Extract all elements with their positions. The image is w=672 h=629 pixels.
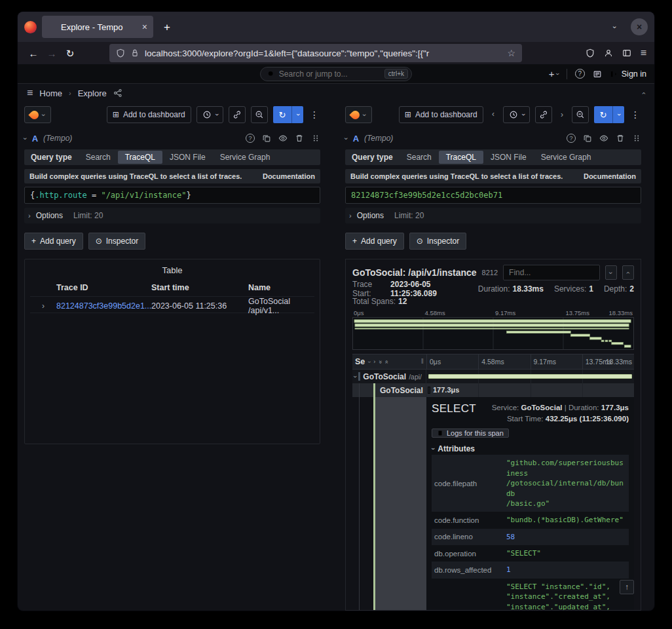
- add-to-dashboard-button[interactable]: ⊞ Add to dashboard: [399, 106, 483, 123]
- trace-id-link[interactable]: 82124873cf3e99b5d2e1...: [56, 301, 151, 311]
- sidebar-icon[interactable]: [622, 48, 631, 58]
- tab-json-file[interactable]: JSON File: [162, 149, 213, 165]
- collapse-one-icon[interactable]: ›: [373, 359, 375, 365]
- run-query-button[interactable]: ↻ ›: [273, 106, 303, 123]
- span-timeline-cell[interactable]: 177.3μs: [426, 383, 634, 397]
- time-picker-button[interactable]: ›: [503, 106, 530, 123]
- add-query-button[interactable]: + Add query: [345, 233, 404, 250]
- lock-icon[interactable]: [130, 48, 140, 58]
- span-timeline-cell[interactable]: [426, 370, 634, 383]
- expand-all-icon[interactable]: »: [377, 360, 383, 363]
- collapse-query-icon[interactable]: ›: [22, 137, 29, 140]
- time-picker-button[interactable]: ›: [196, 106, 223, 123]
- window-close-button[interactable]: ×: [631, 18, 648, 35]
- news-icon[interactable]: [593, 69, 602, 79]
- add-query-button[interactable]: + Add query: [24, 233, 83, 250]
- search-input[interactable]: [279, 69, 381, 79]
- find-input[interactable]: [503, 265, 600, 280]
- scroll-to-top-button[interactable]: ↑: [620, 580, 634, 594]
- span-row-root[interactable]: › GoToSocial /api/: [352, 370, 634, 383]
- span-row-selected[interactable]: GoToSocial 177.3μs: [352, 383, 634, 397]
- tab-search[interactable]: Search: [400, 149, 439, 165]
- traceql-editor[interactable]: 82124873cf3e99b5d2e1cc5d2bc0eb71: [345, 187, 641, 204]
- inspector-button[interactable]: ⊙ Inspector: [409, 233, 466, 250]
- list-all-tabs-icon[interactable]: ›: [612, 26, 619, 28]
- more-options-kebab[interactable]: ⋮: [308, 110, 320, 119]
- col-start-time[interactable]: Start time: [151, 283, 248, 292]
- query-help-icon[interactable]: ?: [246, 134, 255, 143]
- run-query-button[interactable]: ↻ ›: [594, 106, 624, 123]
- account-icon[interactable]: [604, 48, 613, 58]
- duplicate-query-icon[interactable]: [583, 134, 592, 143]
- close-tab-icon[interactable]: ×: [142, 22, 147, 31]
- browser-tab[interactable]: Explore - Tempo ×: [42, 16, 153, 38]
- hide-query-icon[interactable]: [599, 134, 608, 143]
- find-input-field[interactable]: [509, 268, 594, 277]
- more-options-kebab[interactable]: ⋮: [629, 110, 641, 119]
- logs-for-span-button[interactable]: Logs for this span: [432, 429, 509, 438]
- back-button[interactable]: ←: [26, 48, 41, 58]
- tab-traceql[interactable]: TraceQL: [439, 151, 483, 164]
- trace-minimap[interactable]: [352, 317, 634, 350]
- attributes-accordion[interactable]: › Attributes: [432, 444, 629, 453]
- new-tab-button[interactable]: +: [159, 22, 176, 33]
- drag-handle-icon[interactable]: [311, 134, 320, 143]
- drag-handle-icon[interactable]: [632, 134, 641, 143]
- tab-traceql[interactable]: TraceQL: [118, 151, 162, 164]
- reload-button[interactable]: ↻: [62, 48, 78, 58]
- options-row[interactable]: › Options Limit: 20: [24, 208, 320, 223]
- tab-service-graph[interactable]: Service Graph: [534, 149, 599, 165]
- documentation-link[interactable]: Documentation: [584, 172, 636, 180]
- collapse-query-icon[interactable]: ›: [343, 137, 350, 140]
- share-icon[interactable]: [113, 88, 122, 98]
- delete-query-icon[interactable]: [616, 134, 625, 143]
- forward-button[interactable]: →: [44, 48, 60, 58]
- tab-search[interactable]: Search: [79, 149, 118, 165]
- span-bar[interactable]: [428, 374, 632, 379]
- hide-query-icon[interactable]: [278, 134, 288, 143]
- delete-query-icon[interactable]: [295, 134, 304, 143]
- col-trace-id[interactable]: Trace ID: [56, 283, 151, 292]
- url-bar[interactable]: ☆: [109, 44, 522, 62]
- menu-icon[interactable]: ≡: [641, 48, 646, 58]
- widen-right-pane-icon[interactable]: ›: [557, 111, 567, 119]
- shield-icon[interactable]: [116, 48, 125, 58]
- tab-service-graph[interactable]: Service Graph: [213, 149, 278, 165]
- widen-left-pane-icon[interactable]: ›: [489, 111, 498, 119]
- zoom-out-button[interactable]: [572, 106, 589, 123]
- next-result-button[interactable]: ›: [622, 265, 634, 280]
- tab-json-file[interactable]: JSON File: [483, 149, 534, 165]
- options-row[interactable]: › Options Limit: 20: [345, 208, 641, 223]
- bookmark-star-icon[interactable]: ☆: [507, 48, 515, 58]
- prev-result-button[interactable]: ›: [605, 265, 617, 280]
- documentation-link[interactable]: Documentation: [263, 172, 315, 180]
- chevron-down-icon[interactable]: ›: [366, 361, 372, 363]
- mega-menu-icon[interactable]: ≡: [27, 88, 33, 98]
- new-menu-button[interactable]: + ›: [549, 69, 559, 79]
- sign-in-button[interactable]: Sign in: [610, 69, 646, 79]
- help-icon[interactable]: ?: [575, 69, 585, 79]
- inspector-button[interactable]: ⊙ Inspector: [88, 233, 145, 250]
- extension-shield-icon[interactable]: [586, 48, 595, 58]
- collapse-children-icon[interactable]: ›: [352, 375, 358, 377]
- span-name-cell[interactable]: GoToSocial: [352, 383, 426, 397]
- breadcrumb-home[interactable]: Home: [39, 88, 62, 98]
- col-name[interactable]: Name: [248, 283, 314, 292]
- firefox-view-icon[interactable]: [24, 21, 37, 33]
- add-to-dashboard-button[interactable]: ⊞ Add to dashboard: [107, 106, 191, 123]
- copy-link-button[interactable]: [229, 106, 246, 123]
- zoom-out-button[interactable]: [251, 106, 268, 123]
- table-row[interactable]: › 82124873cf3e99b5d2e1... 2023-06-05 11:…: [30, 296, 314, 313]
- service-operation-label[interactable]: Se: [355, 357, 365, 366]
- span-name-cell[interactable]: › GoToSocial /api/: [352, 370, 426, 383]
- collapse-all-icon[interactable]: »: [384, 360, 390, 363]
- column-resizer-handle[interactable]: ‖: [421, 358, 424, 365]
- collapse-topbar-icon[interactable]: ›: [641, 92, 648, 94]
- datasource-picker[interactable]: ›: [345, 106, 372, 123]
- span-bar[interactable]: [428, 387, 430, 394]
- expand-row-icon[interactable]: ›: [30, 302, 56, 310]
- query-help-icon[interactable]: ?: [567, 134, 576, 143]
- url-input[interactable]: [145, 48, 502, 58]
- copy-link-button[interactable]: [535, 106, 552, 123]
- duplicate-query-icon[interactable]: [262, 134, 271, 143]
